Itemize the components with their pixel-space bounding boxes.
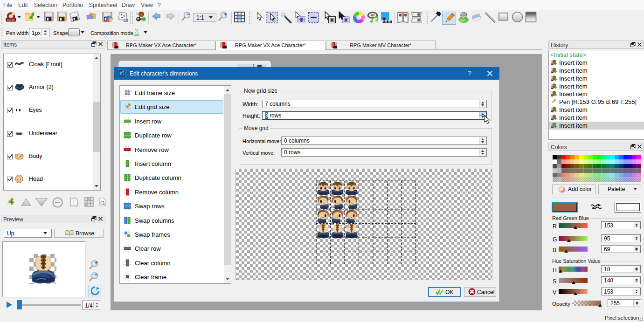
svg-text:NEW: NEW [7,18,15,22]
